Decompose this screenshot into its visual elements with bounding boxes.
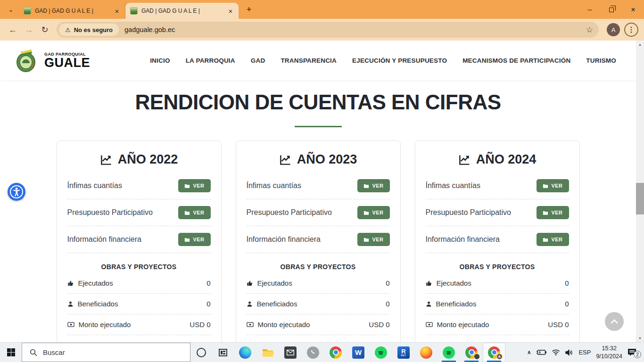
security-chip[interactable]: ⚠ No es seguro xyxy=(59,24,119,36)
task-view-button[interactable] xyxy=(212,343,234,362)
cortana-icon xyxy=(197,348,206,357)
taskbar-app-word[interactable]: W xyxy=(347,343,370,362)
wifi-icon[interactable] xyxy=(552,349,560,356)
bookmark-star-icon[interactable]: ☆ xyxy=(584,25,595,35)
stat-label-text: Ejecutados xyxy=(437,279,471,287)
forward-button[interactable]: → xyxy=(21,22,37,38)
keyboard-language-label[interactable]: ESP xyxy=(578,349,591,356)
page-content: GAD PARROQUIAL GUALE INICIO LA PARROQUIA… xyxy=(0,41,636,342)
page-scrollbar[interactable]: ▲ ▼ xyxy=(636,41,644,342)
spotify-icon xyxy=(375,346,387,359)
ver-label: VER xyxy=(372,183,383,189)
ver-button[interactable]: VER xyxy=(357,233,389,246)
link-label: Ínfimas cuantías xyxy=(426,181,481,190)
stat-row: Monto ejecutado USD 0 xyxy=(67,314,211,335)
taskbar-app-revit[interactable]: R RVT xyxy=(392,343,415,362)
folder-icon xyxy=(184,183,190,189)
browser-tab-2[interactable]: GAD | GAD G U A L E | × xyxy=(125,3,239,19)
nav-item-la-parroquia[interactable]: LA PARROQUIA xyxy=(186,57,235,64)
stat-label-text: Beneficiados xyxy=(257,300,297,308)
ver-label: VER xyxy=(551,237,562,242)
stat-label-text: Ejecutados xyxy=(257,279,292,287)
kebab-menu-icon: ⋮ xyxy=(628,25,635,34)
close-icon: ✕ xyxy=(631,6,636,13)
accessibility-widget-button[interactable] xyxy=(8,183,25,201)
taskbar-clock[interactable]: 15:32 9/10/2024 xyxy=(596,345,622,360)
taskbar-app-spotify-running[interactable] xyxy=(438,343,460,362)
taskbar-app-firefox[interactable] xyxy=(415,343,438,362)
card-header: AÑO 2023 xyxy=(247,152,390,167)
nav-item-turismo[interactable]: TURISMO xyxy=(586,57,616,64)
ver-button[interactable]: VER xyxy=(357,206,389,219)
browser-menu-button[interactable]: ⋮ xyxy=(624,23,638,37)
nav-item-transparencia[interactable]: TRANSPARENCIA xyxy=(281,57,337,64)
cortana-button[interactable] xyxy=(190,343,212,362)
browser-tab-strip: ⌄ GAD | GAD G U A L E | × GAD | GAD G U … xyxy=(0,0,644,19)
nav-item-gad[interactable]: GAD xyxy=(251,57,265,64)
new-tab-button[interactable]: + xyxy=(242,3,256,16)
spotify-icon xyxy=(443,346,455,359)
ver-button[interactable]: VER xyxy=(178,206,210,219)
scrollbar-up-arrow[interactable]: ▲ xyxy=(636,41,644,49)
site-logo[interactable]: GAD PARROQUIAL GUALE xyxy=(14,48,90,73)
start-button[interactable] xyxy=(0,343,22,362)
stat-value: 0 xyxy=(565,300,569,308)
system-tray: ∧ ESP 15:32 9/10/2024 2 xyxy=(527,343,644,362)
tab-close-icon[interactable]: × xyxy=(226,7,235,15)
close-window-button[interactable]: ✕ xyxy=(622,0,644,19)
back-button[interactable]: ← xyxy=(5,22,21,38)
taskbar-app-mail[interactable] xyxy=(279,343,302,362)
link-row: Información financiera VER xyxy=(426,226,569,253)
file-explorer-icon xyxy=(262,346,274,359)
chart-line-icon xyxy=(458,153,471,166)
url-text[interactable]: gadguale.gob.ec xyxy=(124,26,584,33)
restore-icon xyxy=(609,8,614,12)
search-input[interactable] xyxy=(43,348,190,356)
minimize-button[interactable]: ─ xyxy=(579,0,601,19)
taskbar-app-spotify[interactable] xyxy=(370,343,392,362)
tab-close-icon[interactable]: × xyxy=(113,7,121,15)
ver-button[interactable]: VER xyxy=(178,179,210,192)
taskbar-app-edge[interactable] xyxy=(234,343,256,362)
tab-search-chevron-icon[interactable]: ⌄ xyxy=(5,3,17,16)
browser-tab-1[interactable]: GAD | GAD G U A L E | × xyxy=(19,3,125,19)
taskbar-app-file-explorer[interactable] xyxy=(256,343,279,362)
volume-icon[interactable] xyxy=(565,349,573,356)
ver-button[interactable]: VER xyxy=(537,233,569,246)
link-label: Ínfimas cuantías xyxy=(67,181,123,190)
nav-item-mecanismos[interactable]: MECANISMOS DE PARTICIPACIÓN xyxy=(462,57,570,64)
section-title: OBRAS Y PROYECTOS xyxy=(426,263,569,271)
scrollbar-thumb[interactable] xyxy=(636,183,644,214)
taskbar-search-box[interactable] xyxy=(22,343,190,362)
word-icon: W xyxy=(352,346,364,359)
tab-title: GAD | GAD G U A L E | xyxy=(35,8,113,14)
taskbar-app-chrome-profile1[interactable] xyxy=(460,343,483,362)
ver-button[interactable]: VER xyxy=(537,179,569,192)
taskbar-app-whatsapp[interactable] xyxy=(302,343,324,362)
year-card-2023: AÑO 2023 Ínfimas cuantías VER Presupuest… xyxy=(236,140,401,342)
ver-button[interactable]: VER xyxy=(537,206,569,219)
stat-label-text: Beneficiados xyxy=(78,300,118,308)
tray-expand-chevron-icon[interactable]: ∧ xyxy=(527,349,531,355)
action-center-button[interactable]: 2 xyxy=(627,348,639,356)
nav-item-ejecucion[interactable]: EJECUCIÓN Y PRESUPUESTO xyxy=(352,57,447,64)
user-icon xyxy=(67,301,74,307)
taskbar-app-chrome-profile2-active[interactable]: A xyxy=(483,343,505,362)
nav-item-inicio[interactable]: INICIO xyxy=(150,57,170,64)
restore-button[interactable] xyxy=(601,0,622,19)
notification-count-badge: 2 xyxy=(634,351,641,358)
folder-icon xyxy=(184,237,190,242)
taskbar-app-chrome[interactable] xyxy=(324,343,347,362)
profile-avatar[interactable]: A xyxy=(607,23,620,36)
battery-icon[interactable] xyxy=(536,349,546,355)
scroll-to-top-button[interactable] xyxy=(605,312,624,331)
stat-value: 0 xyxy=(206,279,210,287)
scrollbar-down-arrow[interactable]: ▼ xyxy=(636,334,644,342)
link-label: Ínfimas cuantías xyxy=(247,181,302,190)
card-year-label: AÑO 2024 xyxy=(476,152,537,167)
card-year-label: AÑO 2022 xyxy=(118,152,178,167)
ver-button[interactable]: VER xyxy=(178,233,210,246)
ver-button[interactable]: VER xyxy=(357,179,389,192)
reload-button[interactable]: ↻ xyxy=(37,22,53,38)
address-bar[interactable]: ⚠ No es seguro gadguale.gob.ec ☆ xyxy=(57,22,599,38)
